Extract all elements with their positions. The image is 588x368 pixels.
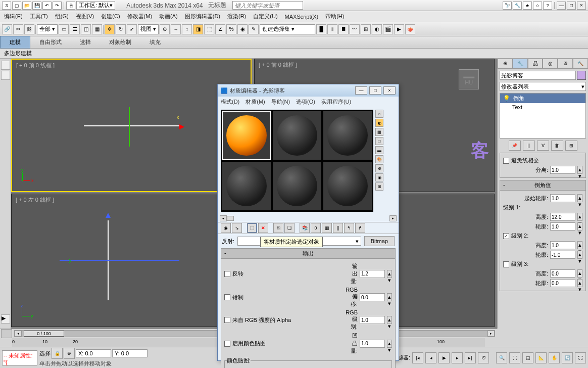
open-icon[interactable]: 📂 [22,2,31,10]
curve-editor-icon[interactable]: 〰 [350,24,360,34]
render-setup-icon[interactable]: 🎬 [383,24,393,34]
tab-selection[interactable]: 选择 [71,36,100,48]
tab-populate[interactable]: 填充 [140,36,170,48]
align-icon[interactable]: ⫴ [327,24,337,34]
material-slot-4[interactable] [222,161,271,211]
menu-help[interactable]: 帮助(H) [325,13,344,20]
sample-type-icon[interactable]: ○ [375,110,383,118]
menu-tools[interactable]: 工具(T) [30,13,48,20]
timeline-config-icon[interactable] [1,329,12,338]
material-slot-3[interactable] [323,111,372,160]
make-unique-icon[interactable]: ❏ [284,223,295,233]
menu-edit[interactable]: 编辑(E) [4,13,23,20]
snap-icon[interactable]: ⬚ [204,24,214,34]
star-icon[interactable]: ★ [523,2,532,10]
options-icon[interactable]: ⚙ [375,164,383,172]
cmd-tab-display[interactable]: 🖥 [558,59,573,68]
backlight-icon[interactable]: ◐ [375,119,383,127]
angle-snap-icon[interactable]: ∠ [215,24,225,34]
schematic-icon[interactable]: ⊞ [361,24,371,34]
cmd-tab-create[interactable]: ✳ [498,59,513,68]
type-button[interactable]: Bitmap [364,236,395,246]
matmenu-mode[interactable]: 模式(D) [221,98,239,106]
make-copy-icon[interactable]: ⎘ [273,223,283,233]
key-icon[interactable]: 🔧 [513,2,522,10]
cmd-tab-modify[interactable]: 🔧 [513,59,528,68]
dialog-titlebar[interactable]: 🟦 材质编辑器 - 光影博客 — □ × [218,84,399,97]
dialog-maximize-button[interactable]: □ [369,86,381,95]
assign-to-selection-icon[interactable]: ⬚ [247,223,257,233]
restrict-y-icon[interactable]: ↕ [182,24,192,34]
mat-map-nav-icon[interactable]: ⊞ [375,182,383,191]
minimize-button[interactable]: — [557,2,566,10]
make-preview-icon[interactable]: 🎨 [375,155,383,163]
viewport-left[interactable]: [ + 0 左 0 线框 ] y yz [11,194,252,327]
outline3-spinner[interactable] [550,279,575,287]
color-swatch[interactable] [577,71,586,80]
selection-filter-dropdown[interactable]: 全部 ▾ [37,24,58,34]
output-amount-spinner[interactable] [360,270,385,278]
dialog-close-button[interactable]: × [383,86,396,95]
material-slot-5[interactable] [272,161,322,211]
viewport-top[interactable]: [ + 0 顶 0 线框 ] x xy [11,59,252,192]
menu-modifiers[interactable]: 修改器(M) [127,13,153,20]
vp-btn1[interactable] [1,61,10,70]
pan-icon[interactable]: ✋ [549,352,560,363]
start-outline-spinner[interactable] [550,194,575,202]
alpha-rgb-checkbox[interactable] [224,317,230,323]
material-slot-6[interactable] [323,161,372,211]
render-icon[interactable]: 🫖 [405,24,415,34]
move-icon[interactable]: ✥ [105,24,115,34]
bind-tool-icon[interactable]: ⛓ [24,24,34,34]
prev-key-icon[interactable]: |◂ [412,352,423,363]
play-icon[interactable]: ▶ [438,352,450,363]
menu-group[interactable]: 组(G) [55,13,69,20]
level2-checkbox[interactable]: ✓ [503,233,509,239]
menu-rendering[interactable]: 渲染(R) [227,13,246,20]
vp-play-icon[interactable]: ▶ [1,314,10,324]
bump-amount-spinner[interactable] [360,340,385,348]
search-input[interactable] [232,1,303,10]
close-button[interactable]: × [577,2,586,10]
select-name-icon[interactable]: ☰ [70,24,80,34]
select-by-mat-icon[interactable]: ◉ [375,173,383,181]
height3-spinner[interactable] [550,269,575,278]
coord-system-dropdown[interactable]: 视图 ▾ [138,24,159,34]
save-icon[interactable]: 💾 [32,2,41,10]
material-slot-1[interactable] [222,111,271,160]
avoid-overlap-checkbox[interactable] [503,158,509,164]
layers-icon[interactable]: ≣ [338,24,349,34]
put-to-library-icon[interactable]: 📚 [300,223,310,233]
link-tool-icon[interactable]: 🔗 [2,24,12,34]
abs-rel-icon[interactable]: ⊕ [64,348,75,359]
binoculars-icon[interactable]: 🔭 [503,2,512,10]
tab-freeform[interactable]: 自由形式 [30,36,71,48]
help-icon[interactable]: ? [543,2,552,10]
matmenu-navigate[interactable]: 导航(N) [271,98,290,106]
colormap-checkbox[interactable] [224,341,230,347]
cmd-tab-hierarchy[interactable]: 品 [528,59,543,68]
go-parent-icon[interactable]: ↰ [344,223,354,233]
cmd-tab-utilities[interactable]: 🔨 [573,59,588,68]
new-icon[interactable]: ▢ [12,2,21,10]
height2-spinner[interactable] [550,241,575,249]
time-slider-handle[interactable]: 0 / 100 [24,331,64,337]
slot-scrollbar[interactable]: ◂▸ [218,215,399,222]
maximize-vp-icon[interactable]: ⛶ [575,352,586,363]
clamp-checkbox[interactable] [224,294,230,300]
unlink-tool-icon[interactable]: ✂ [13,24,23,34]
remove-mod-icon[interactable]: 🗑 [551,141,563,151]
modifier-stack[interactable]: 💡倒角 Text [500,93,586,139]
matmenu-material[interactable]: 材质(M) [246,98,265,106]
matmenu-options[interactable]: 选项(O) [296,98,315,106]
time-config-icon[interactable]: ⏱ [478,352,489,363]
level3-checkbox[interactable] [503,261,509,267]
put-to-scene-icon[interactable]: ↘ [232,223,242,233]
outline1-spinner[interactable] [550,222,575,231]
get-material-icon[interactable]: ◉ [221,223,231,233]
rollout-header[interactable]: 倒角值 [500,180,585,191]
spinner-snap-icon[interactable]: ◉ [237,24,248,34]
reset-map-icon[interactable]: ✕ [258,223,268,233]
next-frame-icon[interactable]: ▸ [452,352,463,363]
prev-frame-icon[interactable]: ◂ [425,352,436,363]
